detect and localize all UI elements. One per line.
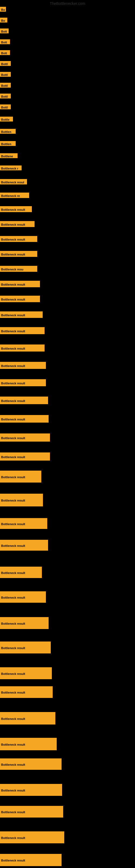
bottleneck-item: Bo xyxy=(0,7,6,12)
bottleneck-item: Bottlen xyxy=(0,129,16,134)
bottleneck-item: Bottleneck result xyxy=(0,415,49,423)
bottleneck-item: Bottl xyxy=(0,72,11,77)
bottleneck-item: Bottleneck result xyxy=(0,540,48,551)
bottleneck-item: Bottleneck result xyxy=(0,686,53,698)
bottleneck-item: Bottleneck resu xyxy=(0,266,37,272)
bottleneck-item: Bottleneck result xyxy=(0,518,47,529)
bottleneck-item: Bottl xyxy=(0,61,11,66)
bottleneck-item: Bottleneck result xyxy=(0,471,41,483)
bottleneck-item: Bottleneck result xyxy=(0,854,61,866)
bottleneck-item: Bottleneck result xyxy=(0,567,42,578)
bottleneck-item: Bottl xyxy=(0,104,11,109)
bottleneck-item: Bottleneck result xyxy=(0,784,62,796)
bottleneck-item: Bottleneck result xyxy=(0,617,49,629)
bottleneck-item: Bottleneck result xyxy=(0,758,61,770)
bottleneck-item: Bottleneck result xyxy=(0,379,46,386)
bottleneck-item: Bottleneck result xyxy=(0,806,63,817)
bottleneck-item: Bottleneck result xyxy=(0,831,64,843)
bottleneck-item: Bottleneck result xyxy=(0,591,46,603)
bottleneck-item: Bottleneck result xyxy=(0,344,45,351)
bottleneck-item: Bottl xyxy=(0,94,11,98)
bottleneck-item: Bottleneck re xyxy=(0,193,29,198)
bottleneck-item: Bottleneck result xyxy=(0,206,32,212)
bottleneck-item: Bottleneck result xyxy=(0,433,50,442)
bottleneck-item: Bo xyxy=(0,18,7,23)
bottleneck-item: Bottleneck result xyxy=(0,667,52,679)
bottleneck-item: Bottleneck result xyxy=(0,251,37,257)
bottleneck-item: Bottleneck r xyxy=(0,165,21,170)
bottleneck-item: Bott xyxy=(0,39,10,44)
bottleneck-item: Bottleneck result xyxy=(0,494,43,506)
bottleneck-item: Bottleneck result xyxy=(0,453,50,461)
bottleneck-item: Bottleneck result xyxy=(0,642,51,653)
bottleneck-item: Bottleneck result xyxy=(0,738,57,750)
site-title: TheBottlenecker.com xyxy=(50,1,85,6)
bottleneck-item: Bottleneck result xyxy=(0,221,35,227)
bottleneck-item: Bott xyxy=(0,50,10,55)
bottleneck-item: Bottl xyxy=(0,83,11,88)
bottleneck-item: Bottleneck result xyxy=(0,362,46,369)
bottleneck-item: Bottleneck resul xyxy=(0,179,27,184)
bottleneck-item: Bottleneck result xyxy=(0,712,55,724)
bottleneck-item: Bottle xyxy=(0,117,13,122)
bottleneck-item: Bottleneck result xyxy=(0,397,48,404)
bottleneck-item: Bott xyxy=(0,29,9,33)
bottleneck-item: Bottleneck result xyxy=(0,327,45,334)
bottleneck-item: Bottlen xyxy=(0,141,16,146)
bottleneck-item: Bottlene xyxy=(0,153,17,158)
bottleneck-item: Bottleneck result xyxy=(0,236,37,242)
bottleneck-item: Bottleneck result xyxy=(0,311,43,318)
bottleneck-item: Bottleneck result xyxy=(0,281,40,287)
bottleneck-item: Bottleneck result xyxy=(0,296,40,302)
